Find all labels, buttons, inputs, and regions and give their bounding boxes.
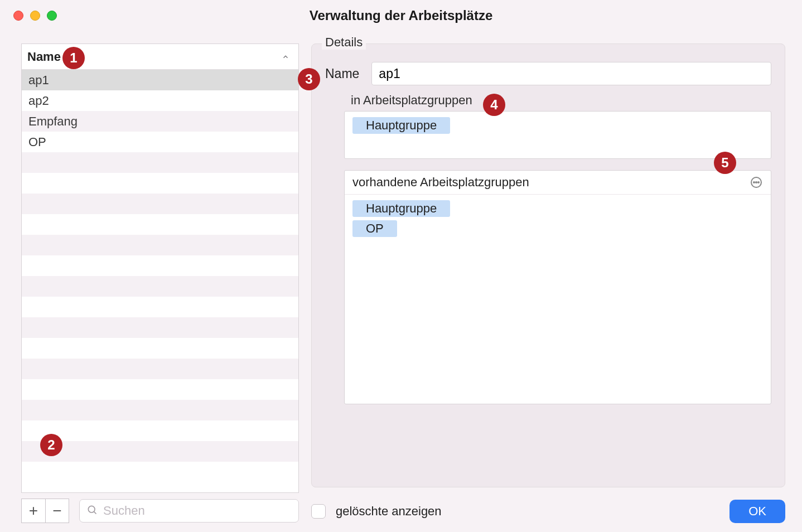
annotation-marker-2: 2 (40, 434, 62, 456)
footer-row: gelöschte anzeigen OK (311, 500, 785, 523)
list-item[interactable]: ap2 (22, 90, 298, 111)
in-groups-box[interactable]: Hauptgruppe (344, 111, 771, 159)
annotation-marker-4: 4 (483, 94, 505, 116)
list-empty-row (22, 400, 298, 420)
list-empty-row (22, 214, 298, 235)
available-groups-body[interactable]: HauptgruppeOP (345, 195, 771, 246)
svg-point-5 (758, 182, 759, 183)
group-tag[interactable]: OP (352, 220, 397, 237)
list-item[interactable]: ap1 (22, 70, 298, 90)
list-empty-row (22, 297, 298, 317)
available-groups-box: vorhandene Arbeitsplatzgruppen Hauptgrup… (344, 170, 771, 404)
list-column-label: Name (27, 50, 61, 64)
name-row: Name (325, 62, 771, 85)
list-empty-row (22, 359, 298, 379)
available-groups-header: vorhandene Arbeitsplatzgruppen (345, 171, 771, 195)
available-groups-label: vorhandene Arbeitsplatzgruppen (352, 175, 529, 190)
show-deleted-checkbox[interactable] (311, 504, 326, 519)
list-toolbar: + − (21, 499, 299, 523)
search-field[interactable] (79, 499, 299, 523)
list-item[interactable]: Empfang (22, 111, 298, 132)
annotation-marker-1: 1 (62, 47, 85, 69)
svg-point-3 (753, 182, 755, 183)
list-empty-row (22, 379, 298, 400)
show-deleted-label: gelöschte anzeigen (336, 504, 442, 519)
list-empty-row (22, 173, 298, 194)
annotation-marker-5: 5 (714, 152, 736, 174)
list-empty-row (22, 152, 298, 173)
list-item[interactable]: OP (22, 132, 298, 152)
svg-point-4 (756, 182, 757, 183)
groups-section: in Arbeitsplatzgruppen Hauptgruppe vorha… (334, 93, 771, 404)
titlebar: Verwaltung der Arbeitsplätze (0, 0, 802, 31)
list-empty-row (22, 441, 298, 462)
list-empty-row (22, 317, 298, 338)
chevron-up-icon (282, 50, 289, 64)
annotation-marker-3: 3 (298, 68, 320, 90)
more-icon[interactable] (750, 176, 763, 189)
list-empty-row (22, 235, 298, 255)
svg-line-1 (94, 512, 96, 514)
svg-point-0 (88, 506, 95, 512)
in-groups-label: in Arbeitsplatzgruppen (351, 93, 771, 108)
search-icon (86, 504, 98, 518)
add-remove-buttons: + − (21, 499, 69, 523)
remove-button[interactable]: − (45, 499, 69, 523)
workstation-list: Name ap1ap2EmpfangOP (21, 43, 299, 493)
left-column: Name ap1ap2EmpfangOP + − (21, 43, 299, 523)
list-empty-row (22, 255, 298, 276)
list-empty-row (22, 194, 298, 214)
right-column: Details Name in Arbeitsplatzgruppen Haup… (311, 43, 785, 523)
list-empty-row (22, 420, 298, 441)
group-tag[interactable]: Hauptgruppe (352, 200, 450, 217)
ok-button[interactable]: OK (729, 500, 785, 523)
list-empty-row (22, 338, 298, 359)
details-panel: Details Name in Arbeitsplatzgruppen Haup… (311, 43, 785, 487)
window-title: Verwaltung der Arbeitsplätze (0, 8, 802, 23)
name-input[interactable] (371, 62, 771, 85)
search-input[interactable] (103, 504, 292, 518)
name-label: Name (325, 66, 359, 81)
add-button[interactable]: + (22, 499, 45, 523)
list-rows: ap1ap2EmpfangOP (22, 70, 298, 492)
details-legend: Details (322, 35, 366, 50)
list-empty-row (22, 276, 298, 297)
group-tag[interactable]: Hauptgruppe (352, 117, 450, 134)
